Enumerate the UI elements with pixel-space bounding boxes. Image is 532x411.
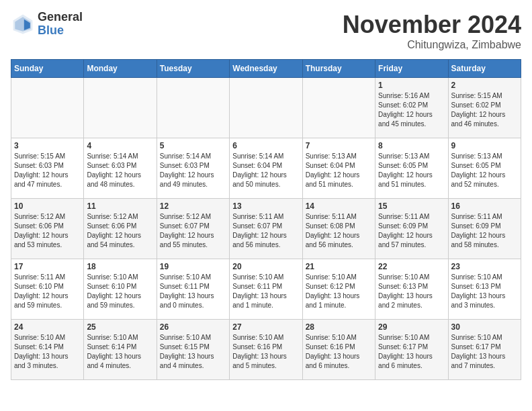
- calendar-cell: 14Sunrise: 5:11 AM Sunset: 6:08 PM Dayli…: [302, 199, 375, 259]
- day-number: 29: [378, 322, 445, 332]
- calendar-cell: 29Sunrise: 5:10 AM Sunset: 6:17 PM Dayli…: [375, 320, 448, 380]
- column-header-wednesday: Wednesday: [230, 60, 302, 78]
- calendar-cell: 11Sunrise: 5:12 AM Sunset: 6:06 PM Dayli…: [84, 199, 157, 259]
- day-number: 2: [451, 81, 518, 90]
- cell-info: Sunrise: 5:12 AM Sunset: 6:06 PM Dayligh…: [87, 212, 153, 250]
- calendar-cell: 7Sunrise: 5:13 AM Sunset: 6:04 PM Daylig…: [302, 138, 375, 199]
- calendar-cell: 25Sunrise: 5:10 AM Sunset: 6:14 PM Dayli…: [84, 320, 157, 380]
- cell-info: Sunrise: 5:15 AM Sunset: 6:03 PM Dayligh…: [14, 152, 81, 189]
- calendar-cell: [84, 78, 157, 138]
- cell-info: Sunrise: 5:13 AM Sunset: 6:05 PM Dayligh…: [378, 152, 445, 189]
- calendar-cell: 22Sunrise: 5:10 AM Sunset: 6:13 PM Dayli…: [375, 259, 448, 320]
- cell-info: Sunrise: 5:11 AM Sunset: 6:09 PM Dayligh…: [378, 212, 445, 250]
- day-number: 9: [451, 141, 518, 150]
- column-header-saturday: Saturday: [448, 60, 521, 78]
- cell-info: Sunrise: 5:12 AM Sunset: 6:06 PM Dayligh…: [14, 212, 81, 250]
- day-number: 16: [451, 201, 518, 211]
- logo-text: General Blue: [38, 11, 83, 38]
- calendar-cell: [230, 78, 302, 138]
- calendar-cell: 19Sunrise: 5:10 AM Sunset: 6:11 PM Dayli…: [157, 259, 229, 320]
- cell-info: Sunrise: 5:15 AM Sunset: 6:02 PM Dayligh…: [451, 91, 518, 129]
- column-header-thursday: Thursday: [302, 60, 375, 78]
- column-header-monday: Monday: [84, 60, 157, 78]
- header-row: SundayMondayTuesdayWednesdayThursdayFrid…: [11, 60, 521, 78]
- calendar-cell: [11, 78, 84, 138]
- day-number: 15: [378, 201, 445, 211]
- calendar-cell: 13Sunrise: 5:11 AM Sunset: 6:07 PM Dayli…: [230, 199, 302, 259]
- calendar-cell: 9Sunrise: 5:13 AM Sunset: 6:05 PM Daylig…: [448, 138, 521, 199]
- day-number: 26: [160, 322, 226, 332]
- calendar-cell: 3Sunrise: 5:15 AM Sunset: 6:03 PM Daylig…: [11, 138, 84, 199]
- day-number: 10: [14, 201, 81, 211]
- day-number: 14: [306, 201, 372, 211]
- calendar-cell: 24Sunrise: 5:10 AM Sunset: 6:14 PM Dayli…: [11, 320, 84, 380]
- day-number: 27: [232, 322, 299, 332]
- calendar-cell: 6Sunrise: 5:14 AM Sunset: 6:04 PM Daylig…: [230, 138, 302, 199]
- cell-info: Sunrise: 5:10 AM Sunset: 6:15 PM Dayligh…: [160, 333, 226, 371]
- day-number: 22: [378, 262, 445, 271]
- location: Chitungwiza, Zimbabwe: [343, 39, 521, 51]
- cell-info: Sunrise: 5:11 AM Sunset: 6:08 PM Dayligh…: [306, 212, 372, 250]
- logo-blue: Blue: [38, 24, 83, 38]
- day-number: 12: [160, 201, 226, 211]
- page-header: General Blue November 2024 Chitungwiza, …: [11, 11, 521, 51]
- cell-info: Sunrise: 5:11 AM Sunset: 6:07 PM Dayligh…: [232, 212, 299, 250]
- day-number: 5: [160, 141, 226, 150]
- cell-info: Sunrise: 5:10 AM Sunset: 6:14 PM Dayligh…: [14, 333, 81, 371]
- calendar-cell: 27Sunrise: 5:10 AM Sunset: 6:16 PM Dayli…: [230, 320, 302, 380]
- cell-info: Sunrise: 5:10 AM Sunset: 6:16 PM Dayligh…: [232, 333, 299, 371]
- cell-info: Sunrise: 5:12 AM Sunset: 6:07 PM Dayligh…: [160, 212, 226, 250]
- cell-info: Sunrise: 5:10 AM Sunset: 6:13 PM Dayligh…: [451, 273, 518, 310]
- logo-icon: [11, 12, 35, 36]
- calendar-cell: 30Sunrise: 5:10 AM Sunset: 6:17 PM Dayli…: [448, 320, 521, 380]
- week-row-5: 24Sunrise: 5:10 AM Sunset: 6:14 PM Dayli…: [11, 320, 521, 380]
- calendar-cell: 16Sunrise: 5:11 AM Sunset: 6:09 PM Dayli…: [448, 199, 521, 259]
- calendar-cell: 21Sunrise: 5:10 AM Sunset: 6:12 PM Dayli…: [302, 259, 375, 320]
- cell-info: Sunrise: 5:10 AM Sunset: 6:12 PM Dayligh…: [306, 273, 372, 310]
- day-number: 24: [14, 322, 81, 332]
- cell-info: Sunrise: 5:14 AM Sunset: 6:04 PM Dayligh…: [232, 152, 299, 189]
- month-title: November 2024: [343, 11, 521, 39]
- logo-general: General: [38, 11, 83, 24]
- logo: General Blue: [11, 11, 83, 38]
- calendar-cell: 23Sunrise: 5:10 AM Sunset: 6:13 PM Dayli…: [448, 259, 521, 320]
- day-number: 28: [306, 322, 372, 332]
- column-header-tuesday: Tuesday: [157, 60, 229, 78]
- day-number: 30: [451, 322, 518, 332]
- calendar-cell: 2Sunrise: 5:15 AM Sunset: 6:02 PM Daylig…: [448, 78, 521, 138]
- calendar-cell: 20Sunrise: 5:10 AM Sunset: 6:11 PM Dayli…: [230, 259, 302, 320]
- day-number: 20: [232, 262, 299, 271]
- calendar-cell: 18Sunrise: 5:10 AM Sunset: 6:10 PM Dayli…: [84, 259, 157, 320]
- cell-info: Sunrise: 5:10 AM Sunset: 6:16 PM Dayligh…: [306, 333, 372, 371]
- cell-info: Sunrise: 5:11 AM Sunset: 6:10 PM Dayligh…: [14, 273, 81, 310]
- day-number: 8: [378, 141, 445, 150]
- day-number: 21: [306, 262, 372, 271]
- cell-info: Sunrise: 5:10 AM Sunset: 6:10 PM Dayligh…: [87, 273, 153, 310]
- cell-info: Sunrise: 5:10 AM Sunset: 6:11 PM Dayligh…: [160, 273, 226, 310]
- title-block: November 2024 Chitungwiza, Zimbabwe: [343, 11, 521, 51]
- cell-info: Sunrise: 5:16 AM Sunset: 6:02 PM Dayligh…: [378, 91, 445, 129]
- day-number: 6: [232, 141, 299, 150]
- cell-info: Sunrise: 5:14 AM Sunset: 6:03 PM Dayligh…: [87, 152, 153, 189]
- cell-info: Sunrise: 5:10 AM Sunset: 6:11 PM Dayligh…: [232, 273, 299, 310]
- day-number: 1: [378, 81, 445, 90]
- day-number: 4: [87, 141, 153, 150]
- day-number: 19: [160, 262, 226, 271]
- calendar-cell: [157, 78, 229, 138]
- column-header-sunday: Sunday: [11, 60, 84, 78]
- cell-info: Sunrise: 5:13 AM Sunset: 6:05 PM Dayligh…: [451, 152, 518, 189]
- week-row-2: 3Sunrise: 5:15 AM Sunset: 6:03 PM Daylig…: [11, 138, 521, 199]
- day-number: 23: [451, 262, 518, 271]
- calendar-cell: [302, 78, 375, 138]
- column-header-friday: Friday: [375, 60, 448, 78]
- calendar-cell: 1Sunrise: 5:16 AM Sunset: 6:02 PM Daylig…: [375, 78, 448, 138]
- calendar-cell: 26Sunrise: 5:10 AM Sunset: 6:15 PM Dayli…: [157, 320, 229, 380]
- day-number: 13: [232, 201, 299, 211]
- cell-info: Sunrise: 5:10 AM Sunset: 6:17 PM Dayligh…: [451, 333, 518, 371]
- week-row-3: 10Sunrise: 5:12 AM Sunset: 6:06 PM Dayli…: [11, 199, 521, 259]
- cell-info: Sunrise: 5:10 AM Sunset: 6:14 PM Dayligh…: [87, 333, 153, 371]
- cell-info: Sunrise: 5:10 AM Sunset: 6:13 PM Dayligh…: [378, 273, 445, 310]
- day-number: 11: [87, 201, 153, 211]
- day-number: 18: [87, 262, 153, 271]
- day-number: 25: [87, 322, 153, 332]
